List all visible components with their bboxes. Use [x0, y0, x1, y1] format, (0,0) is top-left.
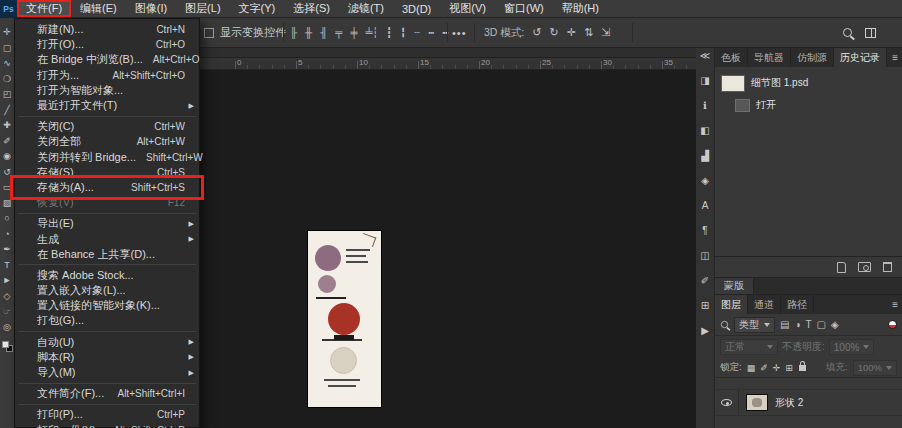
history-brush-tool[interactable]: ↺ — [3, 168, 11, 177]
move-tool[interactable]: ✛ — [3, 28, 11, 37]
lock-pixels-icon[interactable]: ✐ — [760, 363, 768, 373]
character-panel-icon[interactable]: A — [702, 201, 709, 211]
lock-all-icon[interactable] — [799, 365, 806, 371]
menubar-item[interactable]: 编辑(E) — [71, 0, 126, 17]
distribute-horizontal-centers-icon[interactable]: ┅ — [428, 28, 434, 38]
expand-panels-icon[interactable]: ≪ — [700, 51, 710, 61]
file-menu-item[interactable]: 导入(M) — [15, 365, 199, 380]
histogram-panel-icon[interactable]: ▟ — [701, 151, 709, 161]
hand-tool[interactable]: ☞ — [3, 307, 11, 316]
align-right-edges-icon[interactable]: ╢ — [320, 28, 327, 38]
shape-layer-filter-icon[interactable]: ▢ — [817, 320, 826, 330]
crop-tool[interactable]: ◰ — [3, 90, 12, 99]
panel-menu-icon[interactable]: ≡ — [892, 295, 898, 314]
file-menu-item[interactable]: 置入嵌入对象(L)... — [15, 283, 199, 298]
panel-tab[interactable]: 图层 — [715, 295, 748, 314]
document-canvas[interactable] — [308, 231, 381, 407]
file-menu-item[interactable]: 自动(U) — [15, 335, 199, 350]
menubar-item[interactable]: 3D(D) — [393, 0, 440, 17]
3d-drag-icon[interactable]: ✛ — [567, 27, 576, 38]
file-menu-item[interactable]: 置入链接的智能对象(K)... — [15, 298, 199, 313]
file-menu-item[interactable]: 打包(G)... — [15, 313, 199, 328]
3d-slide-icon[interactable]: ⇅ — [584, 27, 593, 38]
brushes-panel-icon[interactable]: ✐ — [701, 276, 709, 286]
menubar-item[interactable]: 窗口(W) — [495, 0, 553, 17]
file-menu-item[interactable] — [15, 401, 199, 407]
visibility-toggle[interactable] — [715, 390, 739, 415]
dodge-tool[interactable]: ◔ — [4, 230, 9, 239]
brush-tool[interactable]: ✐ — [3, 137, 11, 146]
history-state-row[interactable]: 打开 — [715, 95, 902, 115]
file-menu-item[interactable]: 恢复(V) F12 — [15, 195, 199, 210]
file-menu-item[interactable]: 打印(P)... Ctrl+P — [15, 407, 199, 422]
panel-tab[interactable]: 色板 — [715, 48, 748, 67]
lock-position-icon[interactable]: ✛ — [773, 363, 781, 373]
distribute-top-icon[interactable]: ┆ — [372, 28, 378, 38]
adjustments-panel-icon[interactable]: ◨ — [700, 76, 709, 86]
file-menu-item[interactable]: 存储为(A)... Shift+Ctrl+S — [15, 180, 199, 195]
menubar-item[interactable]: 图层(L) — [176, 0, 229, 17]
zoom-tool[interactable]: ◎ — [3, 323, 11, 332]
libraries-panel-icon[interactable]: ⊞ — [701, 301, 709, 311]
workspace-switcher-icon[interactable] — [865, 28, 876, 38]
healing-brush-tool[interactable]: ✚ — [3, 121, 11, 130]
quick-selection-tool[interactable]: ❍ — [3, 75, 11, 84]
properties-panel-icon[interactable]: ◧ — [700, 126, 709, 136]
panel-tab[interactable]: 路径 — [781, 295, 814, 314]
file-menu-item[interactable]: 在 Behance 上共享(D)... — [15, 247, 199, 262]
panel-tab[interactable]: 导航器 — [748, 48, 791, 67]
pen-tool[interactable]: ✒ — [3, 245, 11, 254]
align-vertical-centers-icon[interactable]: ╪ — [350, 28, 357, 38]
blend-mode-select[interactable]: 正常 — [720, 339, 778, 355]
file-menu-item[interactable]: 打开为智能对象... — [15, 83, 199, 98]
shape-tool[interactable]: ◇ — [4, 292, 11, 301]
file-menu-item[interactable]: 搜索 Adobe Stock... — [15, 268, 199, 283]
adjustment-layer-filter-icon[interactable]: ◑ — [794, 320, 800, 330]
info-panel-icon[interactable]: ℹ — [703, 101, 707, 111]
type-tool[interactable]: T — [4, 261, 10, 270]
file-menu-item[interactable]: 关闭(C) Ctrl+W — [15, 119, 199, 134]
file-menu-item[interactable]: 打开(O)... Ctrl+O — [15, 37, 199, 52]
path-selection-tool[interactable]: ► — [3, 276, 12, 285]
smart-object-filter-icon[interactable]: ◈ — [831, 320, 839, 330]
eyedropper-tool[interactable]: ╱ — [4, 106, 9, 115]
file-menu-item[interactable]: 导出(E) — [15, 216, 199, 231]
lasso-tool[interactable]: ∿ — [3, 59, 11, 68]
file-menu-item[interactable]: 打印一份(Y) Alt+Shift+Ctrl+P — [15, 423, 199, 428]
menubar-item[interactable]: 文字(Y) — [230, 0, 285, 17]
foreground-color-swatch[interactable] — [2, 341, 9, 348]
more-options-button[interactable]: ••• — [452, 18, 467, 47]
clone-stamp-tool[interactable]: ◉ — [3, 152, 11, 161]
align-horizontal-centers-icon[interactable]: ╫ — [305, 28, 312, 38]
menubar-item[interactable]: 视图(V) — [440, 0, 495, 17]
styles-panel-icon[interactable]: ◈ — [701, 176, 709, 186]
history-snapshot-row[interactable]: 细节图 1.psd — [715, 71, 902, 95]
filter-toggle-icon[interactable] — [888, 320, 897, 329]
file-menu-item[interactable] — [15, 113, 199, 119]
file-menu-item[interactable]: 新建(N)... Ctrl+N — [15, 22, 199, 37]
menubar-item[interactable]: 滤镜(T) — [339, 0, 393, 17]
clone-source-panel-icon[interactable]: ◫ — [700, 251, 709, 261]
file-menu-item[interactable]: 在 Bridge 中浏览(B)... Alt+Ctrl+O — [15, 52, 199, 67]
delete-state-icon[interactable] — [883, 262, 892, 272]
3d-rotate-icon[interactable]: ↺ — [532, 27, 541, 38]
file-menu-item[interactable]: 文件简介(F)... Alt+Shift+Ctrl+I — [15, 386, 199, 401]
menubar-item[interactable]: 帮助(H) — [553, 0, 608, 17]
lock-artboard-icon[interactable]: ⊞ — [785, 363, 793, 373]
collapsed-panel-tab[interactable]: 蒙版 — [715, 278, 754, 294]
align-left-edges-icon[interactable]: ╟ — [290, 28, 297, 38]
形状 2[interactable]: 形状 2 — [715, 389, 902, 416]
new-document-from-state-icon[interactable] — [837, 262, 846, 273]
panel-tab[interactable]: 仿制源 — [791, 48, 834, 67]
gradient-tool[interactable]: ▨ — [3, 199, 12, 208]
color-swatches[interactable] — [2, 341, 13, 352]
pixel-layer-filter-icon[interactable]: ▤ — [780, 320, 789, 330]
file-menu-item[interactable]: 生成 — [15, 231, 199, 246]
panel-tab[interactable]: 历史记录 — [834, 48, 887, 67]
file-menu-item[interactable]: 关闭并转到 Bridge... Shift+Ctrl+W — [15, 150, 199, 165]
menubar-item[interactable]: 选择(S) — [284, 0, 339, 17]
distribute-left-icon[interactable]: ┄ — [414, 28, 420, 38]
eraser-tool[interactable]: ▭ — [3, 183, 12, 192]
panel-tab[interactable]: 通道 — [748, 295, 781, 314]
file-menu-item[interactable] — [15, 380, 199, 386]
